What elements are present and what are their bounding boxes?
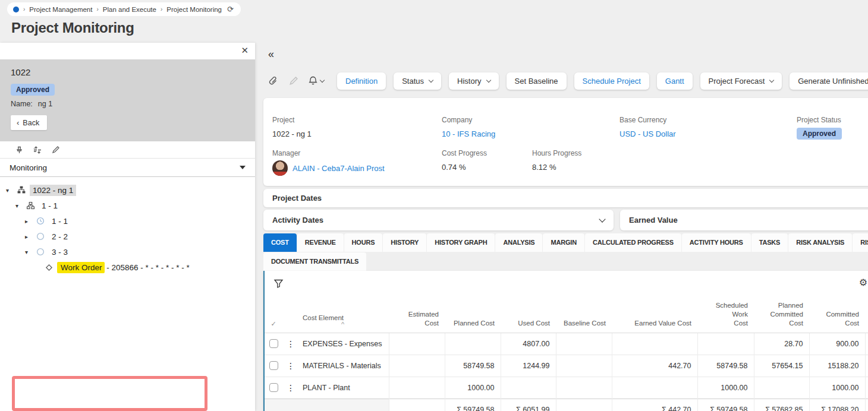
kebab-icon[interactable]: ⋮: [282, 377, 299, 399]
tree-node-subproject[interactable]: ▾ 1 - 1: [0, 198, 255, 213]
attachment-icon[interactable]: [269, 76, 278, 86]
currency-link[interactable]: USD - US Dollar: [619, 129, 676, 138]
tab-history[interactable]: HISTORY: [383, 233, 426, 252]
collapse-panel-icon[interactable]: «: [268, 49, 274, 59]
definition-button[interactable]: Definition: [337, 72, 386, 90]
tree-node-activity[interactable]: ▾ 3 - 3: [0, 244, 255, 260]
tree-node-work-order[interactable]: Work Order - 205866 - * - * - * - * - *: [0, 260, 255, 275]
estimated-cost-cell: [389, 333, 445, 355]
manager-field: Manager ALAIN - Ceba7-Alain Prost: [272, 149, 385, 176]
breadcrumb-home-icon[interactable]: [13, 7, 19, 12]
generate-unfinished-activity-work-items-button[interactable]: Generate Unfinished Activity Work Items: [790, 72, 868, 90]
close-icon[interactable]: ✕: [241, 46, 249, 55]
tree-node-label: 1022 - ng 1: [30, 185, 76, 196]
name-value: ng 1: [38, 100, 52, 108]
company-link[interactable]: 10 - IFS Racing: [442, 129, 495, 138]
planned-cost-total: Σ 59749.58: [445, 399, 501, 411]
project-forecast-button[interactable]: Project Forecast: [700, 72, 782, 90]
col-header-earned-value-cost[interactable]: Earned Value Cost: [612, 299, 697, 333]
manager-link[interactable]: ALAIN - Ceba7-Alain Prost: [293, 164, 385, 173]
history-button[interactable]: History: [449, 72, 498, 90]
set-baseline-button[interactable]: Set Baseline: [507, 72, 567, 90]
scheduled-work-cost-cell: 58749.58: [697, 355, 754, 377]
tab-document-transmittals[interactable]: DOCUMENT TRANSMITTALS: [263, 252, 366, 271]
project-dates-section[interactable]: Project Dates: [263, 189, 868, 207]
tab-activity-hours[interactable]: ACTIVITY HOURS: [682, 233, 751, 252]
tab-hours[interactable]: HOURS: [344, 233, 383, 252]
expand-caret-icon[interactable]: ▸: [25, 233, 32, 240]
status-button[interactable]: Status: [394, 72, 441, 90]
cost-element-cell: EXPENSES - Expenses: [299, 333, 389, 355]
tab-cost[interactable]: COST: [263, 233, 297, 252]
row-checkbox[interactable]: [269, 383, 278, 392]
tab-calculated-progress[interactable]: CALCULATED PROGRESS: [585, 233, 681, 252]
tab-history-graph[interactable]: HISTORY GRAPH: [427, 233, 495, 252]
kebab-icon[interactable]: ⋮: [282, 333, 299, 355]
tab-risk-analysis[interactable]: RISK ANALYSIS: [788, 233, 852, 252]
gantt-button[interactable]: Gantt: [657, 72, 693, 90]
col-header-scheduled-work-cost[interactable]: Scheduled WorkCost: [697, 299, 754, 333]
col-header-committed-cost[interactable]: Committed Cost: [809, 299, 865, 333]
tree-node-label: 3 - 3: [49, 246, 71, 258]
tree-node-activity[interactable]: ▸ 1 - 1: [0, 213, 255, 229]
col-header-planned-cost[interactable]: Planned Cost: [445, 299, 501, 333]
tab-analysis[interactable]: ANALYSIS: [495, 233, 542, 252]
col-header-cost-element[interactable]: Cost Element ^: [299, 299, 389, 333]
tab-risks[interactable]: RISKS: [853, 233, 868, 252]
edit-icon[interactable]: [52, 146, 59, 154]
breadcrumb-item[interactable]: Project Monitoring: [166, 6, 222, 13]
back-button[interactable]: ‹ Back: [11, 115, 47, 130]
collapse-caret-icon[interactable]: ▾: [25, 249, 32, 255]
org-chart-icon: [27, 202, 34, 210]
select-all-icon[interactable]: ✓: [265, 299, 282, 333]
earned-value-section[interactable]: Earned Value: [620, 210, 868, 230]
baseline-cost-cell: [556, 355, 612, 377]
tab-revenue[interactable]: REVENUE: [297, 233, 344, 252]
tree-node-project[interactable]: ▾ 1022 - ng 1: [0, 182, 255, 198]
table-row[interactable]: ⋮ MATERIALS - Materials 58749.58 1244.99…: [265, 355, 868, 377]
row-checkbox[interactable]: [269, 339, 278, 348]
tab-strip: COST REVENUE HOURS HISTORY HISTORY GRAPH…: [263, 233, 868, 252]
manager-avatar: [272, 160, 288, 176]
levels-icon[interactable]: [33, 146, 42, 154]
planned-committed-cost-cell: 28.70: [754, 333, 809, 355]
col-header-baseline-cost[interactable]: Baseline Cost: [556, 299, 612, 333]
breadcrumb-item[interactable]: Project Management: [29, 6, 92, 13]
section-title: Project Dates: [272, 194, 322, 203]
col-header-used-cost[interactable]: Used Cost: [501, 299, 556, 333]
project-header-card: Project 1022 - ng 1 Company 10 - IFS Rac…: [263, 98, 868, 186]
expand-caret-icon[interactable]: ▸: [25, 218, 32, 225]
table-row[interactable]: ⋮ EXPENSES - Expenses 4807.00 28.70 900.…: [265, 333, 868, 355]
chevron-right-icon: ›: [96, 6, 98, 12]
cost-table-panel: ⚙ ✓ Cost Element ^ Estimated Cost Planne…: [263, 271, 868, 411]
row-checkbox[interactable]: [269, 361, 278, 370]
schedule-project-button[interactable]: Schedule Project: [574, 72, 649, 90]
table-row[interactable]: ⋮ PLANT - Plant 1000.00 1000.00 1000.00: [265, 377, 868, 399]
status-badge: Approved: [797, 128, 842, 140]
col-header-planned-committed-cost[interactable]: PlannedCommitted Cost: [754, 299, 809, 333]
collapse-caret-icon[interactable]: ▾: [15, 203, 23, 209]
table-settings-control[interactable]: ⚙: [859, 278, 868, 287]
tab-tasks[interactable]: TASKS: [751, 233, 788, 252]
breadcrumb-item[interactable]: Plan and Execute: [103, 6, 156, 13]
activity-dates-section[interactable]: Activity Dates: [263, 210, 614, 230]
tab-margin[interactable]: MARGIN: [543, 233, 584, 252]
earned-value-cost-cell: [612, 333, 697, 355]
kebab-icon[interactable]: ⋮: [282, 355, 299, 377]
notifications-control[interactable]: [309, 76, 324, 86]
pin-icon[interactable]: [15, 146, 23, 154]
tree-node-label: Work Order - 205866 - * - * - * - * - *: [57, 262, 193, 273]
field-label: Hours Progress: [532, 149, 581, 157]
page-title: Project Monitoring: [11, 20, 134, 36]
chevron-down-icon: [240, 166, 246, 169]
collapse-caret-icon[interactable]: ▾: [6, 187, 13, 194]
col-header-estimated-cost[interactable]: Estimated Cost: [389, 299, 445, 333]
filter-icon[interactable]: [273, 279, 284, 289]
tree-node-activity[interactable]: ▸ 2 - 2: [0, 229, 255, 244]
edit-icon[interactable]: [289, 77, 298, 86]
refresh-icon[interactable]: ⟳: [227, 5, 234, 14]
committed-cost-total: Σ 17088.20: [809, 399, 865, 411]
tree-view-selector[interactable]: Monitoring: [0, 158, 255, 177]
annotation-box: [12, 376, 207, 411]
gear-icon: ⚙: [859, 278, 867, 287]
